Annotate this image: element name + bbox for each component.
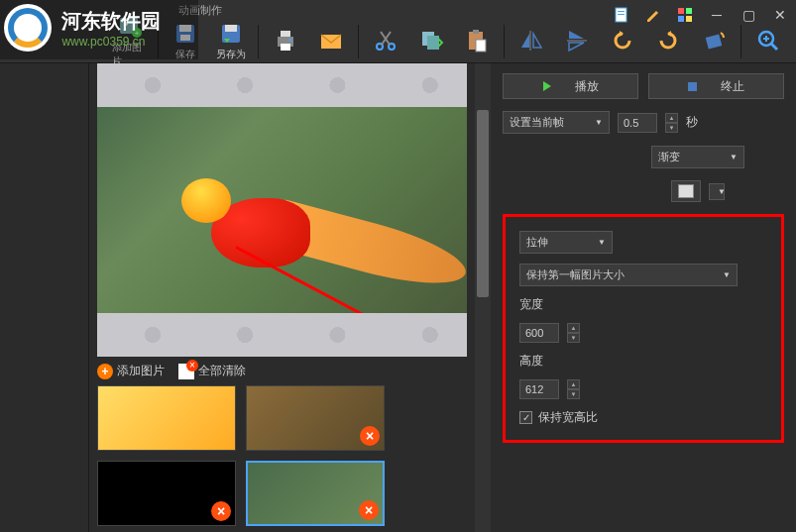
duration-unit: 秒 <box>686 114 698 131</box>
rotate-angle-icon <box>701 28 727 53</box>
thumbs-add-button[interactable]: + 添加图片 <box>97 363 165 379</box>
copy-icon <box>418 28 444 53</box>
canvas-pad-top <box>97 63 467 107</box>
size-panel-highlight: 拉伸 ▼ 保持第一幅图片大小 ▼ 宽度 ▲ ▼ 高度 ▲ ▼ <box>503 214 784 443</box>
paste-button[interactable] <box>455 26 499 56</box>
svg-rect-26 <box>473 30 479 34</box>
thumbnail[interactable]: × <box>97 461 236 526</box>
svg-point-19 <box>289 39 292 42</box>
stop-label: 终止 <box>721 78 744 95</box>
svg-rect-17 <box>281 31 290 37</box>
watermark-logo: 河东软件园 www.pc0359.cn <box>0 0 198 59</box>
canvas-pad-bottom <box>97 313 467 357</box>
chevron-down-icon: ▼ <box>723 270 731 279</box>
thumbs-add-label: 添加图片 <box>117 363 165 379</box>
scroll-thumb[interactable] <box>477 110 489 297</box>
color-swatch <box>678 184 694 198</box>
svg-rect-27 <box>476 40 486 52</box>
width-input[interactable] <box>519 323 559 343</box>
print-button[interactable] <box>264 26 307 56</box>
paste-icon <box>464 28 490 53</box>
logo-title: 河东软件园 <box>61 8 161 35</box>
svg-rect-6 <box>686 16 692 22</box>
svg-rect-18 <box>281 44 290 51</box>
play-icon <box>543 81 551 91</box>
play-button[interactable]: 播放 <box>503 73 638 99</box>
svg-rect-15 <box>225 25 237 32</box>
chevron-down-icon: ▼ <box>730 153 738 161</box>
stop-icon <box>688 82 697 91</box>
maximize-button[interactable]: ▢ <box>733 4 764 26</box>
flip-vertical-icon <box>564 28 590 53</box>
transition-label: 渐变 <box>658 150 680 164</box>
color-picker[interactable] <box>671 180 701 202</box>
close-button[interactable]: ✕ <box>764 4 796 26</box>
svg-rect-28 <box>706 34 723 49</box>
save-as-label: 另存为 <box>216 48 246 61</box>
thumb-remove-icon[interactable]: × <box>360 426 380 446</box>
logo-url: www.pc0359.cn <box>61 35 161 49</box>
width-label: 宽度 <box>519 296 767 313</box>
logo-icon <box>4 4 52 52</box>
thumb-remove-icon[interactable]: × <box>359 500 379 520</box>
flip-h-button[interactable] <box>510 26 553 56</box>
svg-rect-5 <box>678 16 684 22</box>
width-up-button[interactable]: ▲ <box>567 323 580 333</box>
aspect-label: 保持宽高比 <box>538 409 598 426</box>
aspect-ratio-checkbox[interactable]: ✓ 保持宽高比 <box>519 409 767 426</box>
plus-circle-icon: + <box>97 364 113 379</box>
copy-button[interactable] <box>409 26 453 56</box>
save-as-button[interactable]: 另存为 <box>209 19 253 63</box>
rotate-right-icon <box>655 28 681 53</box>
scissors-icon <box>373 28 398 53</box>
rotate-left-button[interactable] <box>601 26 644 56</box>
height-up-button[interactable]: ▲ <box>567 379 580 389</box>
email-button[interactable] <box>309 26 353 56</box>
tool-note-icon[interactable] <box>606 4 637 26</box>
thumbnail[interactable] <box>97 385 236 451</box>
size-mode-select[interactable]: 拉伸 ▼ <box>519 231 613 254</box>
set-frame-label: 设置当前帧 <box>510 115 564 130</box>
height-down-button[interactable]: ▼ <box>567 389 580 399</box>
canvas-image <box>97 107 467 313</box>
play-label: 播放 <box>575 78 599 95</box>
keep-first-size-select[interactable]: 保持第一幅图片大小 ▼ <box>519 264 738 286</box>
flip-v-button[interactable] <box>555 26 599 56</box>
frame-duration-input[interactable] <box>618 113 657 133</box>
zoom-in-icon <box>755 28 781 53</box>
color-dropdown[interactable]: ▼ <box>709 183 725 200</box>
tool-palette-icon[interactable] <box>669 4 701 26</box>
thumbs-clear-button[interactable]: 全部清除 <box>178 363 246 379</box>
stop-button[interactable]: 终止 <box>648 73 784 99</box>
height-label: 高度 <box>519 353 767 370</box>
height-input[interactable] <box>519 379 559 399</box>
vertical-scrollbar[interactable] <box>475 63 491 532</box>
printer-icon <box>273 28 298 53</box>
zoom-in-button[interactable] <box>746 26 790 56</box>
transition-select[interactable]: 渐变 ▼ <box>651 146 744 168</box>
cut-button[interactable] <box>364 26 407 56</box>
svg-rect-1 <box>618 11 625 12</box>
chevron-down-icon: ▼ <box>718 187 726 196</box>
thumbnail-selected[interactable]: × <box>246 461 385 526</box>
keep-size-label: 保持第一幅图片大小 <box>526 267 625 282</box>
size-mode-label: 拉伸 <box>526 235 548 250</box>
chevron-down-icon: ▼ <box>595 118 603 127</box>
thumbnail[interactable]: × <box>246 385 385 451</box>
thumb-remove-icon[interactable]: × <box>211 501 231 521</box>
chevron-down-icon: ▼ <box>598 238 606 247</box>
duration-down-button[interactable]: ▼ <box>665 123 678 133</box>
width-down-button[interactable]: ▼ <box>567 333 580 343</box>
svg-rect-24 <box>427 36 439 50</box>
rotate-right-button[interactable] <box>646 26 690 56</box>
duration-up-button[interactable]: ▲ <box>665 113 678 123</box>
tool-pencil-icon[interactable] <box>637 4 669 26</box>
left-sidebar <box>0 63 89 532</box>
canvas[interactable] <box>97 63 467 357</box>
set-current-frame-select[interactable]: 设置当前帧 ▼ <box>503 111 610 134</box>
rotate-angle-button[interactable] <box>692 26 736 56</box>
right-panel: 播放 终止 设置当前帧 ▼ ▲ ▼ 秒 渐变 ▼ <box>491 63 796 532</box>
minimize-button[interactable]: ─ <box>701 4 733 26</box>
thumbs-clear-label: 全部清除 <box>198 363 246 379</box>
svg-rect-2 <box>618 14 625 15</box>
